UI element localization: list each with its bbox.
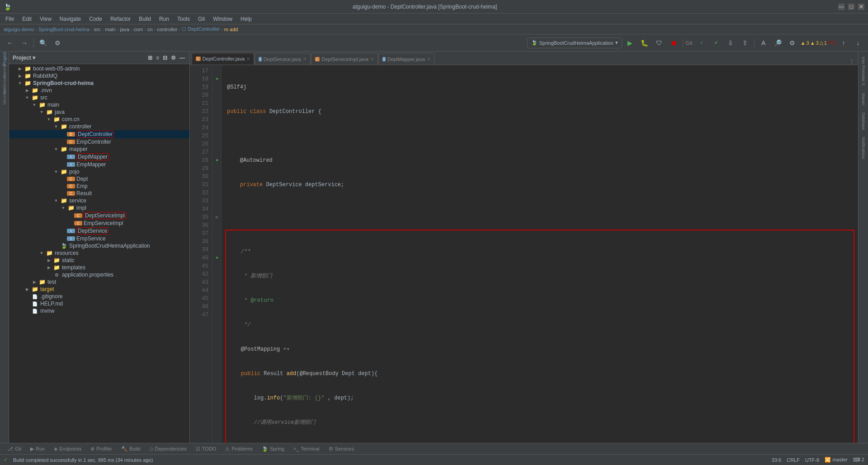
bottom-tab-build[interactable]: 🔨 Build xyxy=(118,445,144,453)
project-icon-3[interactable]: ⊟ xyxy=(162,54,168,62)
menu-run[interactable]: Run xyxy=(156,15,173,23)
tree-item-src[interactable]: ▼ 📁 src xyxy=(9,94,189,101)
bottom-tab-profiler[interactable]: ⊕ Profiler xyxy=(87,445,116,453)
git-update[interactable]: ⇩ xyxy=(724,37,737,49)
tree-item-templates[interactable]: ▶ 📁 templates xyxy=(9,264,189,271)
right-tab-database[interactable]: Database xyxy=(860,111,867,132)
toolbar-back[interactable]: ← xyxy=(4,37,16,49)
menu-view[interactable]: View xyxy=(36,15,55,23)
toolbar-search[interactable]: 🔍 xyxy=(37,37,49,49)
bottom-tab-terminal[interactable]: >_ Terminal xyxy=(290,445,323,452)
tree-item-boot-web[interactable]: ▶ 📁 boot-web-05-admin xyxy=(9,65,189,72)
project-settings-icon[interactable]: ⚙ xyxy=(170,54,177,62)
right-tab-maven[interactable]: Maven xyxy=(860,91,867,107)
bottom-tab-run[interactable]: ▶ Run xyxy=(27,445,48,453)
project-icon-1[interactable]: ⊞ xyxy=(147,54,153,62)
tree-item-controller[interactable]: ▼ 📁 controller xyxy=(9,123,189,130)
bottom-tab-git[interactable]: ⎇ Git xyxy=(4,445,25,453)
bottom-tab-spring[interactable]: 🍃 Spring xyxy=(258,445,288,453)
debug-button[interactable]: 🐛 xyxy=(638,37,651,49)
tree-item-result[interactable]: C Result xyxy=(9,190,189,197)
menu-edit[interactable]: Edit xyxy=(19,15,35,23)
tree-item-main[interactable]: ▼ 📁 main xyxy=(9,101,189,108)
bottom-tab-dependencies[interactable]: ◇ Dependencies xyxy=(146,445,190,453)
tree-item-service[interactable]: ▼ 📁 service xyxy=(9,197,189,204)
right-tab-key-promoter[interactable]: Key Promoter X xyxy=(860,55,867,88)
tree-item-springboot-crud[interactable]: ▼ 📁 SpringBoot-crud-heima xyxy=(9,80,189,87)
tree-item-gitignore[interactable]: 📄 .gitignore xyxy=(9,293,189,300)
tree-item-test[interactable]: ▶ 📁 test xyxy=(9,278,189,286)
bottom-tab-services[interactable]: ⚙ Services xyxy=(325,445,358,453)
tab-close-icon[interactable]: ✕ xyxy=(303,56,307,61)
right-tab-notifications[interactable]: Notifications xyxy=(860,135,867,161)
sidebar-bookmarks-icon[interactable]: Bookmarks xyxy=(1,80,8,88)
tree-item-emp-mapper[interactable]: I EmpMapper xyxy=(9,161,189,168)
collapse-right[interactable]: ↑ xyxy=(837,37,850,49)
breadcrumb-controller[interactable]: controller xyxy=(157,27,177,32)
project-minimize-icon[interactable]: — xyxy=(179,54,186,62)
tree-item-dept[interactable]: C Dept xyxy=(9,175,189,183)
menu-help[interactable]: Help xyxy=(237,15,255,23)
breadcrumb-main[interactable]: main xyxy=(105,27,116,32)
breadcrumb-module[interactable]: SpringBoot-crud-heima xyxy=(38,27,90,32)
tab-dept-service[interactable]: I DeptService.java ✕ xyxy=(255,53,311,65)
project-icon-2[interactable]: ≡ xyxy=(155,54,160,62)
menu-file[interactable]: File xyxy=(2,15,18,23)
breadcrumb-project[interactable]: atguigu-demo xyxy=(4,27,34,32)
find-button[interactable]: 🔎 xyxy=(772,37,784,49)
tree-item-java[interactable]: ▼ 📁 java xyxy=(9,108,189,116)
git-push[interactable]: ⇧ xyxy=(739,37,751,49)
tree-item-mvnw[interactable]: 📄 mvnw xyxy=(9,307,189,315)
tab-dept-controller[interactable]: C DeptController.java ✕ xyxy=(192,53,254,65)
tree-item-com-cn[interactable]: ▼ 📁 com.cn xyxy=(9,116,189,123)
coverage-button[interactable]: 🛡 xyxy=(653,37,665,49)
tree-item-dept-mapper[interactable]: I DeptMapper xyxy=(9,153,189,161)
breadcrumb-java[interactable]: java xyxy=(120,27,129,32)
close-button[interactable]: ✕ xyxy=(858,4,864,10)
code-editor[interactable]: 17 18 19 20 21 22 23 24 25 26 27 28 29 3… xyxy=(190,65,858,443)
git-check[interactable]: ✓ xyxy=(695,37,708,49)
tree-item-emp[interactable]: C Emp xyxy=(9,183,189,190)
minimize-button[interactable]: — xyxy=(838,4,844,10)
toolbar-settings[interactable]: ⚙ xyxy=(51,37,64,49)
tree-item-mapper[interactable]: ▼ 📁 mapper xyxy=(9,146,189,153)
editor-more-icon[interactable]: ⋮ xyxy=(845,58,858,65)
expand-right[interactable]: ↓ xyxy=(852,37,864,49)
breadcrumb-class[interactable]: ⬡ DeptController xyxy=(182,26,220,32)
menu-build[interactable]: Build xyxy=(135,15,155,23)
tree-item-target[interactable]: ▶ 📁 target xyxy=(9,286,189,293)
toolbar-forward[interactable]: → xyxy=(18,37,31,49)
tree-item-pojo[interactable]: ▼ 📁 pojo xyxy=(9,168,189,175)
tab-dept-service-impl[interactable]: C DeptServiceImpl.java ✕ xyxy=(311,53,378,65)
tree-item-rabbitmq[interactable]: ▶ 📁 RabbitMQ xyxy=(9,72,189,80)
run-button[interactable]: ▶ xyxy=(624,37,637,49)
tab-close-icon[interactable]: ✕ xyxy=(246,56,250,61)
menu-tools[interactable]: Tools xyxy=(174,15,193,23)
tree-item-mvn[interactable]: ▶ 📁 .mvn xyxy=(9,87,189,94)
tree-item-emp-controller[interactable]: C EmpController xyxy=(9,138,189,146)
tree-item-app-properties[interactable]: ⚙ application.properties xyxy=(9,271,189,278)
tree-item-impl[interactable]: ▼ 📁 impl xyxy=(9,204,189,211)
tree-item-dept-service-impl[interactable]: C DeptServiceImpl xyxy=(9,211,189,220)
bottom-tab-problems[interactable]: ⚠ Problems xyxy=(222,445,256,453)
tab-close-icon[interactable]: ✕ xyxy=(427,56,430,61)
menu-refactor[interactable]: Refactor xyxy=(107,15,134,23)
tree-item-static[interactable]: ▶ 📁 static xyxy=(9,257,189,264)
tree-item-help-md[interactable]: 📄 HELP.md xyxy=(9,300,189,307)
breadcrumb-method[interactable]: m add xyxy=(224,27,238,32)
sidebar-project-icon[interactable]: Project xyxy=(1,55,8,62)
bottom-tab-endpoints[interactable]: ◈ Endpoints xyxy=(50,445,85,453)
tree-item-dept-service[interactable]: I DeptService xyxy=(9,227,189,235)
menu-code[interactable]: Code xyxy=(85,15,106,23)
tab-dept-mapper[interactable]: I DeptMapper.java ✕ xyxy=(378,53,434,65)
tree-item-emp-service-impl[interactable]: C EmpServiceImpl xyxy=(9,220,189,227)
code-content[interactable]: @Slf4j public class DeptController { @Au… xyxy=(222,65,858,443)
tree-item-resources[interactable]: ▼ 📁 resources xyxy=(9,249,189,257)
breadcrumb-cn[interactable]: cn xyxy=(147,27,153,32)
translate-button[interactable]: A xyxy=(757,37,770,49)
menu-git[interactable]: Git xyxy=(194,15,208,23)
tab-close-icon[interactable]: ✕ xyxy=(370,56,374,61)
tree-item-dept-controller[interactable]: C DeptController xyxy=(9,130,189,138)
git-tick[interactable]: ✔ xyxy=(710,37,722,49)
tree-item-emp-service[interactable]: I EmpService xyxy=(9,235,189,242)
